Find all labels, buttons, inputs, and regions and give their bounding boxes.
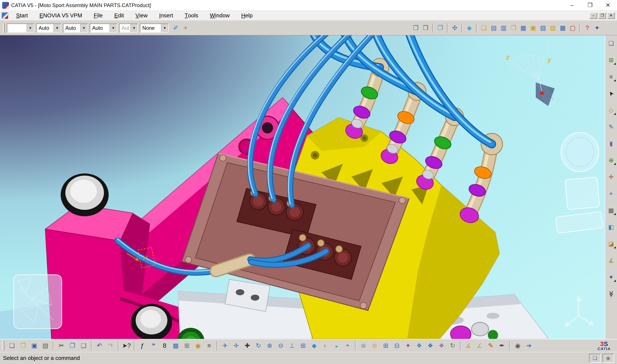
shading-button[interactable]: ◐ xyxy=(320,340,331,351)
subtoolbar-expand-arrow[interactable] xyxy=(614,113,616,115)
whats-this-button[interactable]: ? xyxy=(582,23,592,33)
graph-tree-reorder-button[interactable]: ⊞ xyxy=(606,55,616,65)
print-button[interactable]: ▤ xyxy=(40,340,51,351)
point-symbol-combo[interactable]: Aut▾ xyxy=(119,24,138,33)
doc-restore-button[interactable]: ❐ xyxy=(598,13,606,19)
measure-angle-button[interactable]: ∡ xyxy=(606,256,616,265)
zoom-in-button[interactable]: ⊕ xyxy=(264,340,275,351)
menu-tools[interactable]: Tools xyxy=(179,11,204,20)
annotation-button[interactable]: ✎ xyxy=(485,340,496,351)
part-node-button[interactable]: ❖ xyxy=(436,340,447,351)
tile-vertical-button[interactable]: ▥ xyxy=(499,23,509,33)
normal-view-button[interactable]: ⊥ xyxy=(286,340,297,351)
reference-plane-button[interactable]: ◇ xyxy=(606,105,616,115)
isometric-view-button[interactable]: ◆ xyxy=(308,340,320,351)
hide-show-button[interactable]: ◒ xyxy=(331,340,342,351)
menu-view[interactable]: View xyxy=(130,11,153,20)
open-from-enovia-button[interactable]: ❒ xyxy=(411,23,421,33)
pin-toolbar-button[interactable]: ▩ xyxy=(558,23,568,33)
bottom-toolbar-grip[interactable] xyxy=(2,341,4,351)
layer-combo-arrow-icon[interactable]: ▾ xyxy=(161,24,168,32)
search-button[interactable]: ✦ xyxy=(592,23,602,33)
measure-item-button[interactable]: ∠ xyxy=(474,340,485,351)
subtoolbar-expand-arrow[interactable] xyxy=(614,79,616,81)
design-table-button[interactable]: ▦ xyxy=(170,340,181,351)
layer-combo[interactable]: None▾ xyxy=(140,24,169,33)
toolbar-grip[interactable] xyxy=(3,23,5,33)
doc-minimize-button[interactable]: – xyxy=(590,13,597,19)
part-pad-button[interactable]: ▮ xyxy=(606,139,616,148)
comment-button[interactable]: ❝ xyxy=(148,340,159,351)
compass-anchor[interactable] xyxy=(540,91,543,95)
new-window-button[interactable]: ❏ xyxy=(479,23,489,33)
gears-options-button[interactable]: ⊛ xyxy=(358,340,369,351)
walkthrough-button[interactable]: ➔ xyxy=(523,340,535,351)
zoom-out-button[interactable]: ⊖ xyxy=(275,340,286,351)
lock-button[interactable]: ◉ xyxy=(192,340,204,351)
knowledge-gear-button[interactable]: ⊛ xyxy=(369,340,380,351)
snap-target-button[interactable]: ⌖ xyxy=(606,189,616,198)
line-weight-combo-arrow-icon[interactable]: ▾ xyxy=(80,24,87,32)
menu-enovia-v5-vpm[interactable]: ENOVIA V5 VPM xyxy=(34,11,88,20)
color-combo[interactable]: ▾ xyxy=(7,24,34,33)
redo-button[interactable]: ↷ xyxy=(105,340,116,351)
subtoolbar-expand-arrow[interactable] xyxy=(614,213,616,215)
document-icon[interactable] xyxy=(2,13,8,19)
sketcher-button[interactable]: ✎ xyxy=(606,122,616,132)
lock-state-button[interactable]: ◉ xyxy=(603,354,614,363)
menu-window[interactable]: Window xyxy=(204,11,235,20)
menu-start[interactable]: Start xyxy=(10,11,34,20)
cascade-window-button[interactable]: ❐ xyxy=(509,23,518,33)
measure-between-button[interactable]: ∡ xyxy=(463,340,474,351)
rotate-button[interactable]: ↻ xyxy=(253,340,264,351)
point-symbol-combo-arrow-icon[interactable]: ▾ xyxy=(130,24,138,32)
maximize-button[interactable]: ❐ xyxy=(581,0,599,11)
enovia-connection-button[interactable]: ✣ xyxy=(450,23,460,33)
toolbar-overflow-button[interactable]: ≫ xyxy=(606,289,616,299)
transparency-combo-arrow-icon[interactable]: ▾ xyxy=(53,24,61,32)
color-combo-arrow-icon[interactable]: ▾ xyxy=(27,24,34,32)
doc-state-button[interactable]: ❏ xyxy=(589,354,601,363)
line-type-combo-arrow-icon[interactable]: ▾ xyxy=(109,24,117,32)
cut-button[interactable]: ✂ xyxy=(56,340,67,351)
paste-button[interactable]: ❑ xyxy=(78,340,89,351)
open-button[interactable]: ❒ xyxy=(18,340,29,351)
menu-edit[interactable]: Edit xyxy=(108,11,130,20)
product-structure-button[interactable]: ❏ xyxy=(606,39,616,48)
doc-close-button[interactable]: ✕ xyxy=(607,13,615,19)
subtoolbar-expand-arrow[interactable] xyxy=(614,280,616,282)
whats-this-pointer-button[interactable]: ➤? xyxy=(121,340,132,351)
minimize-button[interactable]: – xyxy=(563,0,581,11)
update-assembly-button[interactable]: ↻ xyxy=(447,340,458,351)
subtoolbar-expand-arrow[interactable] xyxy=(614,163,616,165)
fly-mode-button[interactable]: ✈ xyxy=(219,340,231,351)
camera-capture-button[interactable]: ◉ xyxy=(512,340,523,351)
undo-button[interactable]: ↶ xyxy=(94,340,105,351)
assembly-split-button[interactable]: ⊟ xyxy=(391,340,402,351)
album-button[interactable]: ▨ xyxy=(548,23,558,33)
section-view-button[interactable]: ◪ xyxy=(606,239,616,248)
text-with-leader-button[interactable]: ✒ xyxy=(496,340,508,351)
select-button[interactable]: ➤ xyxy=(606,89,616,98)
multi-view-button[interactable]: ⊞ xyxy=(297,340,308,351)
constraint-button[interactable]: ⊕ xyxy=(606,156,616,165)
design-grid-button[interactable]: ▦ xyxy=(606,206,616,215)
wand-button[interactable]: ✦ xyxy=(402,340,414,351)
close-window-button[interactable]: ▢ xyxy=(568,23,577,33)
tile-horizontal-button[interactable]: ▤ xyxy=(489,23,499,33)
product-node-button[interactable]: ❖ xyxy=(414,340,425,351)
menu-help[interactable]: Help xyxy=(236,11,258,20)
history-list-button[interactable]: ≡ xyxy=(204,340,215,351)
catalog-browser-button[interactable]: ◆ xyxy=(464,23,474,33)
line-weight-combo[interactable]: Auto▾ xyxy=(63,24,88,33)
knowledge-inspector-button[interactable]: 8 xyxy=(159,340,170,351)
pan-button[interactable]: ✚ xyxy=(242,340,253,351)
specifications-button[interactable]: ≡ xyxy=(606,72,616,82)
transparency-combo[interactable]: Auto▾ xyxy=(36,24,61,33)
line-type-combo[interactable]: Auto▾ xyxy=(90,24,117,33)
menu-insert[interactable]: Insert xyxy=(153,11,179,20)
graphic-properties-button[interactable]: ✐ xyxy=(171,23,181,33)
split-view-button[interactable]: ▦ xyxy=(518,23,528,33)
painter-button[interactable]: ✦ xyxy=(181,23,190,33)
compass-move-button[interactable]: ✛ xyxy=(606,172,616,182)
